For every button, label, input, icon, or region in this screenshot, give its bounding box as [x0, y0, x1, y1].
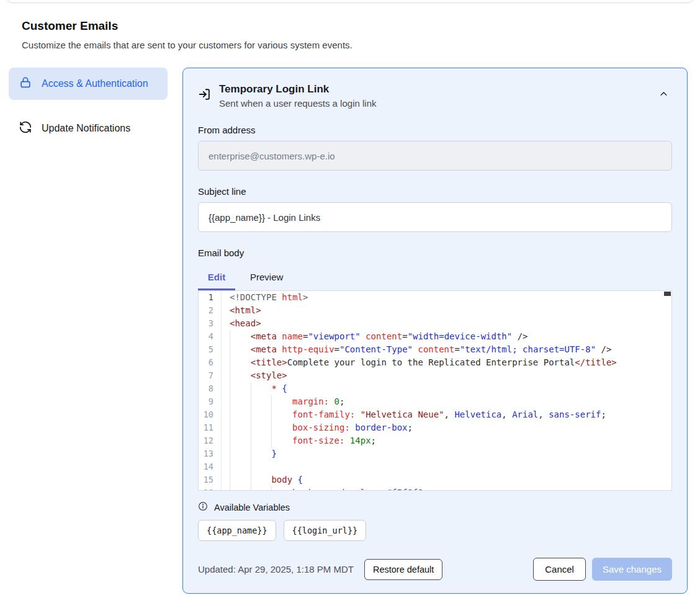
- line-number: 16: [199, 486, 222, 491]
- save-changes-button[interactable]: Save changes: [592, 558, 672, 581]
- code-line: 9margin: 0;: [199, 395, 671, 408]
- line-number: 8: [199, 382, 222, 395]
- code-line: 13}: [199, 447, 671, 460]
- code-line: 4<meta name="viewport" content="width=de…: [199, 330, 671, 343]
- code-line: 8* {: [199, 382, 671, 395]
- code-line: 15body {: [199, 473, 671, 486]
- available-variables-label: Available Variables: [214, 503, 290, 512]
- variable-chip-login-url[interactable]: {{login_url}}: [284, 520, 367, 541]
- panel-header-text: Temporary Login Link Sent when a user re…: [219, 83, 376, 109]
- line-number: 13: [199, 447, 222, 460]
- panel-subtitle: Sent when a user requests a login link: [219, 98, 376, 109]
- page-subtitle: Customize the emails that are sent to yo…: [22, 40, 700, 50]
- line-number: 2: [199, 304, 222, 317]
- line-number: 5: [199, 343, 222, 356]
- variable-chip-app-name[interactable]: {{app_name}}: [198, 520, 276, 541]
- line-number: 4: [199, 330, 222, 343]
- line-number: 11: [199, 421, 222, 434]
- code-line: 3<head>: [199, 317, 671, 330]
- tab-preview[interactable]: Preview: [250, 267, 283, 290]
- code-line: 1<!DOCTYPE html>: [199, 291, 671, 304]
- subject-line-input[interactable]: [198, 202, 672, 232]
- sidebar-item-label: Update Notifications: [42, 121, 130, 136]
- panel-header: Temporary Login Link Sent when a user re…: [198, 83, 672, 109]
- line-number: 14: [199, 460, 222, 473]
- code-line: 7<style>: [199, 369, 671, 382]
- code-line: 2<html>: [199, 304, 671, 317]
- refresh-icon: [19, 120, 32, 136]
- code-line: 11box-sizing: border-box;: [199, 421, 671, 434]
- line-number: 1: [199, 291, 222, 304]
- panel-title: Temporary Login Link: [219, 83, 376, 96]
- previous-card-bottom-edge: [6, 0, 694, 3]
- subject-line-label: Subject line: [198, 186, 672, 197]
- sidebar-item-label: Access & Authentication: [42, 76, 148, 91]
- line-number: 3: [199, 317, 222, 330]
- from-address-label: From address: [198, 125, 672, 135]
- from-address-input[interactable]: [198, 141, 672, 171]
- available-variables-row: Available Variables: [198, 501, 672, 514]
- code-line: 16background-color: #f5f8f9;: [199, 486, 671, 491]
- login-icon: [198, 87, 212, 104]
- email-body-label: Email body: [198, 248, 672, 258]
- line-number: 15: [199, 473, 222, 486]
- line-number: 9: [199, 395, 222, 408]
- restore-default-button[interactable]: Restore default: [364, 559, 442, 580]
- tab-edit[interactable]: Edit: [198, 267, 235, 290]
- code-line: 14: [199, 460, 671, 473]
- code-line: 12font-size: 14px;: [199, 434, 671, 447]
- cancel-button[interactable]: Cancel: [533, 558, 586, 581]
- code-line: 6<title>Complete your login to the Repli…: [199, 356, 671, 369]
- line-number: 6: [199, 356, 222, 369]
- line-number: 10: [199, 408, 222, 421]
- editor-scrollbar-thumb[interactable]: [664, 292, 671, 296]
- code-lines: 1<!DOCTYPE html>2<html>3<head>4<meta nam…: [199, 291, 671, 491]
- email-body-tabs: Edit Preview: [198, 267, 672, 290]
- sidebar-item-access-authentication[interactable]: Access & Authentication: [9, 68, 168, 100]
- sidebar-item-update-notifications[interactable]: Update Notifications: [9, 112, 168, 145]
- page-title: Customer Emails: [22, 19, 700, 33]
- info-icon: [198, 501, 208, 514]
- variable-chips: {{app_name}} {{login_url}}: [198, 520, 672, 541]
- panel-footer: Updated: Apr 29, 2025, 1:18 PM MDT Resto…: [198, 558, 672, 581]
- collapse-button[interactable]: [655, 86, 672, 104]
- sidebar: Access & Authentication Update Notificat…: [9, 68, 168, 145]
- temporary-login-link-panel: Temporary Login Link Sent when a user re…: [182, 68, 688, 594]
- code-line: 10font-family: "Helvetica Neue", Helveti…: [199, 408, 671, 421]
- updated-timestamp: Updated: Apr 29, 2025, 1:18 PM MDT: [198, 564, 354, 574]
- content-row: Access & Authentication Update Notificat…: [9, 68, 688, 594]
- line-number: 7: [199, 369, 222, 382]
- line-number: 12: [199, 434, 222, 447]
- code-editor[interactable]: 1<!DOCTYPE html>2<html>3<head>4<meta nam…: [198, 290, 672, 491]
- code-line: 5<meta http-equiv="Content-Type" content…: [199, 343, 671, 356]
- chevron-up-icon: [659, 91, 668, 101]
- footer-actions: Cancel Save changes: [533, 558, 672, 581]
- lock-icon: [19, 76, 32, 92]
